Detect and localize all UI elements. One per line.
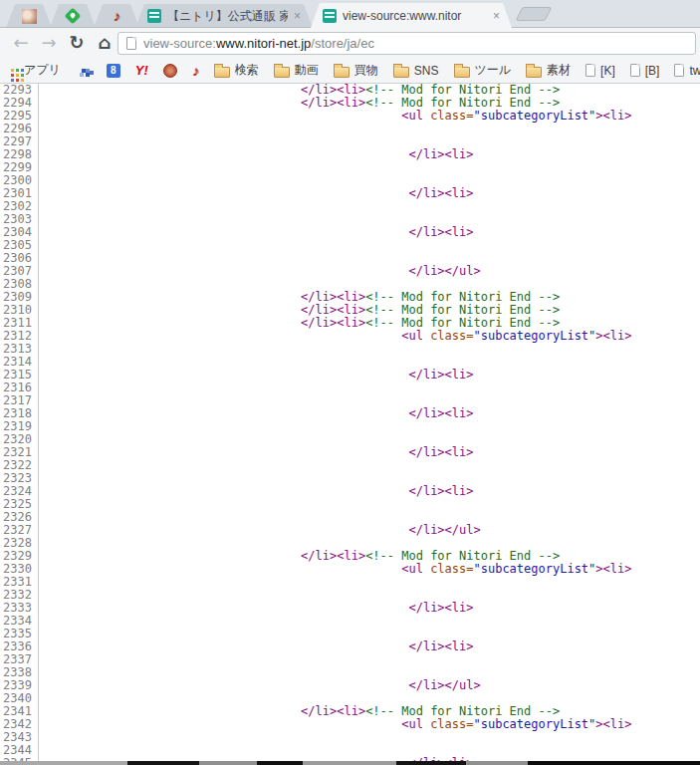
code-tag: <ul xyxy=(401,562,430,576)
bookmark-item[interactable]: [K] xyxy=(585,64,615,78)
code-tag: </li><li> xyxy=(301,96,365,110)
code-tag: </li><li> xyxy=(301,316,365,330)
taskbar-segment xyxy=(127,761,199,765)
line-code: <ul class="subcategoryList"><li> xyxy=(42,329,631,343)
tab-title: view-source:www.nitor xyxy=(343,9,487,23)
bookmark-item[interactable]: 検索 xyxy=(214,62,259,79)
tab-strip: ♪ 【ニトリ】公式通販 家具 × view-source:www.nitor × xyxy=(0,0,700,28)
note-icon: ♪ xyxy=(192,64,199,78)
code-tag: ><li> xyxy=(595,717,631,731)
source-line: 2313 xyxy=(0,343,700,356)
bookmark-item[interactable] xyxy=(76,63,92,79)
bookmark-item[interactable]: Y! xyxy=(135,63,148,78)
taskbar-edge xyxy=(0,761,700,765)
tab-2[interactable] xyxy=(50,4,96,28)
forward-button[interactable]: → xyxy=(36,31,62,55)
source-lines: 2293 </li><li><!-- Mod for Nitori End --… xyxy=(0,84,700,761)
line-code: </li></ul> xyxy=(42,678,481,692)
bookmark-item[interactable]: SNS xyxy=(393,64,439,78)
bookmark-item[interactable]: 素材 xyxy=(526,62,571,79)
source-line: 2319 xyxy=(0,420,700,433)
line-code: </li><li><!-- Mod for Nitori End --> xyxy=(42,549,560,563)
line-code: </li><li> xyxy=(42,601,474,615)
line-code: </li><li><!-- Mod for Nitori End --> xyxy=(42,303,560,317)
view-source-content: 2293 </li><li><!-- Mod for Nitori End --… xyxy=(0,84,700,761)
code-tag: </li><li> xyxy=(408,406,473,420)
taskbar-segment xyxy=(528,761,700,765)
home-button[interactable]: ⌂ xyxy=(92,31,117,55)
line-code: <ul class="subcategoryList"><li> xyxy=(42,562,631,576)
folder-icon xyxy=(274,67,290,78)
source-line: 2333 </li><li> xyxy=(0,602,700,615)
tab-3[interactable]: ♪ xyxy=(94,4,139,28)
address-bar[interactable]: view-source:www.nitori-net.jp/store/ja/e… xyxy=(117,32,696,55)
bookmark-item[interactable]: 動画 xyxy=(274,62,319,79)
page-document-icon xyxy=(126,37,136,50)
taskbar-segment xyxy=(257,761,303,765)
bookmark-label: 動画 xyxy=(295,62,319,79)
code-comment: <!-- Mod for Nitori End --> xyxy=(365,704,560,718)
taskbar-segment xyxy=(0,761,127,765)
bookmark-item[interactable] xyxy=(163,64,177,78)
source-line: 2298 </li><li> xyxy=(0,148,700,161)
taskbar-segment xyxy=(303,761,396,765)
source-line: 2342 <ul class="subcategoryList"><li> xyxy=(0,718,700,731)
apps-grid-icon xyxy=(11,69,14,72)
source-line: 2339 </li></ul> xyxy=(0,679,700,692)
code-val: "subcategoryList" xyxy=(474,329,596,343)
yahoo-icon: Y! xyxy=(135,63,148,78)
tab-nitori-store[interactable]: 【ニトリ】公式通販 家具 × xyxy=(135,4,313,28)
back-button[interactable]: ← xyxy=(8,31,34,55)
bookmarks-bar: アプリ8Y!♪検索動画買物SNSツール素材[K][B]tw xyxy=(0,58,700,84)
code-tag: </li><li> xyxy=(301,303,365,317)
line-code: </li><li> xyxy=(42,445,474,459)
page-icon xyxy=(630,64,640,77)
tab-close-icon[interactable]: × xyxy=(294,10,301,22)
bookmark-item[interactable]: 8 xyxy=(107,64,120,78)
folder-icon xyxy=(334,67,350,78)
line-code: <ul class="subcategoryList"><li> xyxy=(42,109,631,123)
line-code: </li></ul> xyxy=(42,264,481,278)
page-icon xyxy=(674,64,684,77)
code-tag: </li><li> xyxy=(408,639,473,653)
code-attr: class= xyxy=(430,109,473,123)
code-val: "subcategoryList" xyxy=(474,562,596,576)
music-note-favicon-icon: ♪ xyxy=(114,9,120,23)
new-tab-button[interactable] xyxy=(516,7,553,21)
source-line: 2324 </li><li> xyxy=(0,485,700,498)
code-comment: <!-- Mod for Nitori End --> xyxy=(365,303,560,317)
code-val: "subcategoryList" xyxy=(474,109,596,123)
source-line: 2322 xyxy=(0,459,700,472)
code-tag: <ul xyxy=(401,109,430,123)
bookmark-item[interactable]: アプリ xyxy=(6,62,61,79)
line-code: </li></ul> xyxy=(42,523,481,537)
code-tag: </li><li> xyxy=(301,549,365,563)
url-host: www.nitori-net.jp xyxy=(216,36,311,51)
tab-1[interactable] xyxy=(6,4,52,28)
code-tag: </li><li> xyxy=(301,704,365,718)
line-code: </li><li><!-- Mod for Nitori End --> xyxy=(42,96,560,110)
tab-close-icon[interactable]: × xyxy=(493,10,500,22)
code-tag: ><li> xyxy=(595,562,631,576)
source-line: 2316 xyxy=(0,382,700,394)
code-tag: <ul xyxy=(401,329,430,343)
reload-button[interactable]: ↻ xyxy=(64,31,90,55)
tab-view-source[interactable]: view-source:www.nitor × xyxy=(311,3,512,28)
bookmark-item[interactable]: [B] xyxy=(630,64,660,78)
source-line: 2307 </li></ul> xyxy=(0,265,700,278)
bookmark-item[interactable]: tw xyxy=(674,64,700,78)
bookmark-label: 検索 xyxy=(235,62,259,79)
bookmark-item[interactable]: ツール xyxy=(454,62,512,79)
taskbar-segment xyxy=(466,761,528,765)
bookmark-item[interactable]: ♪ xyxy=(192,64,199,78)
line-code: </li><li><!-- Mod for Nitori End --> xyxy=(42,316,560,330)
bookmark-label: アプリ xyxy=(24,62,61,79)
browser-window: ♪ 【ニトリ】公式通販 家具 × view-source:www.nitor ×… xyxy=(0,0,700,765)
line-code: </li><li> xyxy=(42,406,474,420)
bookmark-item[interactable]: 買物 xyxy=(334,62,378,79)
nitori-favicon-icon xyxy=(147,9,161,23)
folder-icon xyxy=(454,67,470,78)
code-tag: ><li> xyxy=(595,109,631,123)
source-line: 2318 </li><li> xyxy=(0,407,700,420)
pixel-blue-icon xyxy=(82,69,86,73)
